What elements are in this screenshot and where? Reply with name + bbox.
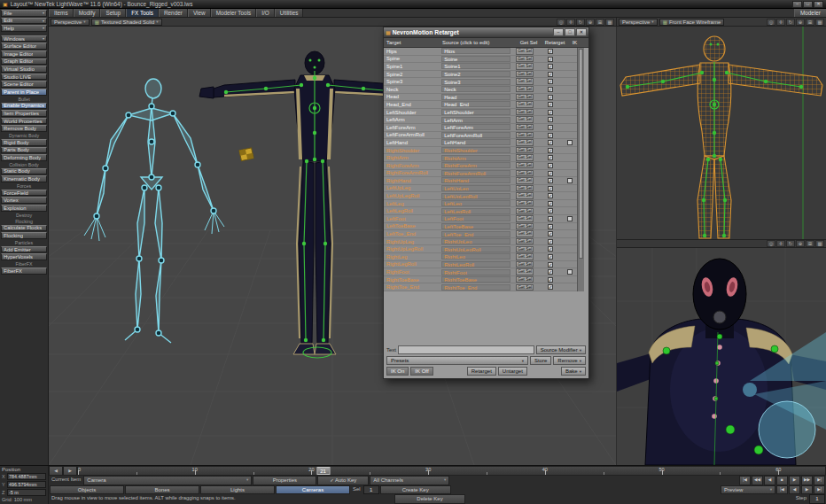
sidebar-item-static-body[interactable]: Static Body — [1, 168, 47, 175]
table-scrollbar[interactable] — [577, 48, 584, 291]
scrollbar-thumb[interactable] — [579, 49, 583, 259]
sidebar-item-add-emitter[interactable]: Add Emitter — [1, 246, 47, 253]
menu-tab-utilities[interactable]: Utilities — [275, 9, 304, 17]
menu-tab-modify[interactable]: Modify — [74, 9, 101, 17]
sidebar-item-virtual-studio[interactable]: Virtual Studio — [1, 66, 47, 73]
sidebar-item-remove-body[interactable]: Remove Body — [1, 125, 47, 132]
play-button[interactable]: ▶ — [789, 476, 800, 485]
get-sel-button[interactable]: Get Sel — [516, 94, 534, 100]
step-value[interactable]: 1 — [809, 494, 825, 504]
get-sel-button[interactable]: Get Sel — [516, 246, 534, 252]
untarget-button[interactable]: Untarget — [498, 367, 527, 376]
sidebar-item-file[interactable]: File▾ — [1, 10, 47, 17]
source-field[interactable]: LeftFoot — [441, 215, 510, 221]
get-sel-button[interactable]: Get Sel — [516, 116, 534, 122]
dialog-maximize-button[interactable]: □ — [565, 28, 575, 36]
sidebar-item-hypervoxels[interactable]: HyperVoxels — [1, 253, 47, 260]
sidebar-item-parts-body[interactable]: Parts Body — [1, 147, 47, 154]
dialog-minimize-button[interactable]: – — [553, 28, 564, 36]
get-sel-button[interactable]: Get Sel — [516, 177, 534, 183]
source-field[interactable]: RightArm — [441, 155, 510, 161]
modeler-button[interactable]: Modeler — [794, 9, 826, 17]
center-icon[interactable]: ◎ — [767, 240, 775, 247]
retarget-checkbox[interactable]: ✓ — [548, 102, 553, 107]
wireframe-viewport[interactable] — [617, 27, 826, 239]
position-mode-button[interactable]: Position — [2, 467, 46, 472]
item-type-bones[interactable]: Bones — [125, 485, 199, 495]
create-key-button[interactable]: Create Key — [380, 485, 451, 495]
ik-checkbox[interactable] — [567, 178, 573, 183]
main-view-mode-dropdown[interactable]: Perspective ▾ — [51, 19, 90, 26]
retarget-checkbox[interactable]: ✓ — [548, 95, 553, 100]
rotate-icon[interactable]: ↻ — [576, 19, 585, 26]
sidebar-item-surface-editor[interactable]: Surface Editor — [1, 43, 47, 50]
fit-icon[interactable]: ⊞ — [806, 240, 814, 247]
sidebar-item-windows[interactable]: Windows▾ — [1, 35, 47, 43]
fast-forward-button[interactable]: ▶▶ — [801, 476, 813, 485]
retarget-checkbox[interactable]: ✓ — [548, 231, 553, 236]
checker-cube[interactable] — [239, 148, 253, 161]
get-sel-button[interactable]: Get Sel — [516, 139, 534, 145]
get-sel-button[interactable]: Get Sel — [516, 230, 534, 236]
item-type-objects[interactable]: Objects — [50, 485, 124, 495]
current-frame-marker[interactable]: 21 — [316, 467, 330, 475]
right-view-mode-dropdown[interactable]: Perspective ▾ — [619, 19, 658, 26]
dialog-titlebar[interactable]: ▦ NevronMotion Retarget – □ ✕ — [384, 27, 588, 38]
rotate-icon[interactable]: ↻ — [786, 19, 795, 26]
maximize-icon[interactable]: ▦ — [605, 19, 614, 26]
preview-back-button[interactable]: ◀ — [789, 485, 800, 495]
properties-button[interactable]: Properties — [253, 476, 316, 485]
get-sel-button[interactable]: Get Sel — [516, 200, 534, 206]
source-field[interactable]: RightShoulder — [441, 147, 510, 153]
main-shading-mode-dropdown[interactable]: ▦ Textured Shaded Solid ▾ — [91, 19, 162, 26]
source-field[interactable]: RightFoot — [441, 269, 510, 275]
retarget-checkbox[interactable]: ✓ — [548, 133, 553, 138]
ik-checkbox[interactable] — [567, 140, 573, 145]
auto-key-toggle[interactable]: ✓Auto Key — [317, 476, 369, 485]
get-sel-button[interactable]: Get Sel — [516, 154, 534, 160]
get-sel-button[interactable]: Get Sel — [516, 276, 534, 283]
preview-dropdown[interactable]: Preview ▾ — [721, 485, 775, 495]
zoom-icon[interactable]: ⊕ — [796, 240, 805, 247]
retarget-checkbox[interactable]: ✓ — [548, 246, 553, 252]
sidebar-item-world-properties[interactable]: World Properties — [1, 118, 47, 125]
source-field[interactable]: LeftArm — [441, 117, 510, 123]
get-sel-button[interactable]: Get Sel — [516, 253, 534, 260]
retarget-checkbox[interactable]: ✓ — [548, 269, 553, 275]
retarget-checkbox[interactable]: ✓ — [548, 193, 553, 198]
get-sel-button[interactable]: Get Sel — [516, 124, 534, 130]
sidebar-item-help[interactable]: Help▾ — [1, 25, 47, 32]
menu-tab-setup[interactable]: Setup — [100, 9, 126, 17]
get-sel-button[interactable]: Get Sel — [516, 78, 534, 84]
play-reverse-button[interactable]: ◀ — [764, 476, 775, 485]
move-icon[interactable]: ✛ — [776, 19, 785, 26]
sidebar-item-enable-dynamics[interactable]: Enable Dynamics — [1, 103, 47, 110]
store-button[interactable]: Store — [530, 356, 551, 365]
sidebar-item-edit[interactable]: Edit▾ — [1, 18, 47, 25]
retarget-checkbox[interactable]: ✓ — [548, 87, 553, 92]
presets-dropdown[interactable]: Presets ▾ — [386, 356, 528, 365]
maximize-icon[interactable]: ▦ — [815, 19, 824, 26]
source-modifier-dropdown[interactable]: Source Modifier ▾ — [536, 345, 586, 354]
retarget-checkbox[interactable]: ✓ — [548, 110, 553, 115]
delete-key-button[interactable]: Delete Key — [394, 494, 465, 504]
source-field[interactable]: RightLegRoll — [441, 261, 510, 268]
ik-checkbox[interactable] — [567, 269, 573, 275]
retarget-checkbox[interactable]: ✓ — [548, 148, 553, 153]
source-field[interactable]: LeftForeArm — [441, 124, 510, 130]
minimize-button[interactable]: – — [792, 1, 802, 8]
fit-icon[interactable]: ⊞ — [596, 19, 604, 26]
prev-range-button[interactable]: ◀ — [49, 466, 63, 476]
retarget-checkbox[interactable]: ✓ — [548, 208, 553, 213]
source-field[interactable]: Head — [441, 94, 510, 100]
get-sel-button[interactable]: Get Sel — [516, 238, 534, 244]
source-field[interactable]: LeftHand — [441, 139, 510, 145]
rotate-icon[interactable]: ↻ — [786, 240, 795, 247]
source-field[interactable]: Head_End — [441, 101, 510, 107]
source-field[interactable]: Spine1 — [441, 63, 510, 69]
sidebar-item-forcefield[interactable]: ForceField — [1, 190, 47, 197]
ik-checkbox[interactable] — [567, 216, 573, 221]
get-sel-button[interactable]: Get Sel — [516, 147, 534, 153]
item-type-cameras[interactable]: Cameras — [276, 485, 350, 495]
sidebar-item-explosion[interactable]: Explosion — [1, 205, 47, 212]
